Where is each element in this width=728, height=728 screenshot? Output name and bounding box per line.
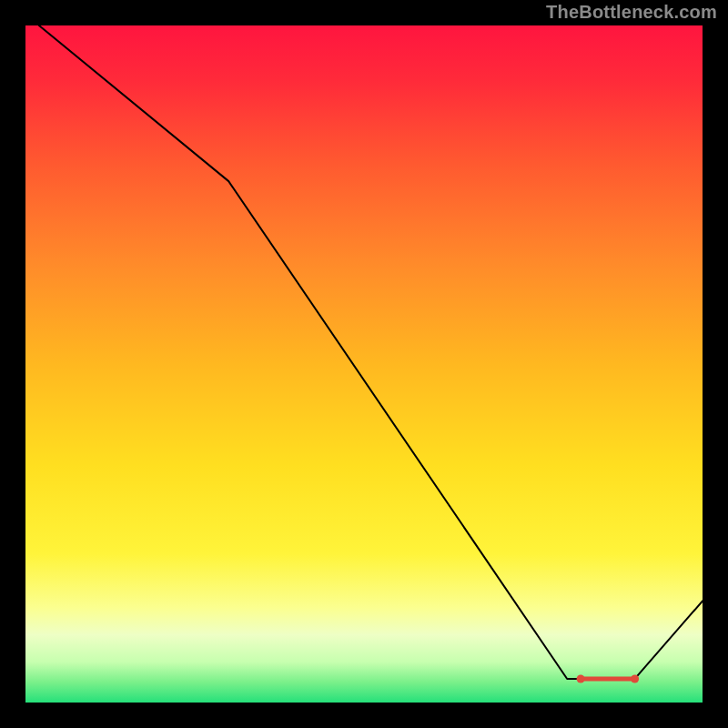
highlight-dot: [631, 674, 639, 682]
chart-frame: TheBottleneck.com: [0, 0, 728, 728]
plot-background: [25, 25, 703, 703]
highlight-dot: [577, 674, 585, 682]
watermark-label: TheBottleneck.com: [546, 2, 717, 23]
chart-plot: [25, 25, 703, 703]
